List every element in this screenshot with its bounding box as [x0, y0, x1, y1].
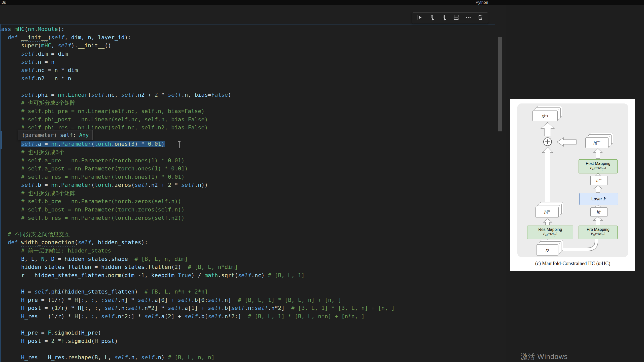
code-line[interactable]: r = hidden_states_flatten.norm(dim=-1, k…: [0, 271, 548, 280]
code-line[interactable]: # self.b_post = nn.Parameter(torch.zeros…: [0, 206, 548, 214]
code-line[interactable]: # 也可拆分成3个: [0, 148, 548, 157]
code-line[interactable]: H_pre = F.sigmoid(H_pre): [0, 329, 548, 337]
run-by-line-button[interactable]: [415, 14, 425, 22]
code-line[interactable]: [0, 279, 548, 288]
code-line[interactable]: class mHC(nn.Module):: [0, 25, 548, 33]
more-actions-icon: [465, 14, 472, 22]
cell-focus-accent: [1, 131, 2, 149]
execute-above-button[interactable]: [427, 14, 437, 22]
editor-scrollbar-thumb[interactable]: [498, 37, 502, 131]
execute-below-icon: [441, 14, 447, 22]
tooltip-kind: (parameter): [22, 132, 57, 138]
code-line[interactable]: H_post = (1/r) * H[:, :, self.n:self.n*2…: [0, 304, 548, 312]
post-mapping-box: Post Mapping PMpost(Hpostl): [579, 159, 618, 173]
code-line[interactable]: # self.phi_post = nn.Linear(self.nc, sel…: [0, 116, 548, 124]
code-line[interactable]: # self.a_res = nn.Parameter(torch.ones(1…: [0, 173, 548, 181]
code-line[interactable]: # self.a_post = nn.Parameter(torch.ones(…: [0, 165, 548, 173]
code-line[interactable]: self.dim = dim: [0, 50, 548, 58]
tooltip-type: Any: [79, 132, 89, 138]
layer-label: Layer: [591, 197, 602, 202]
code-line[interactable]: # self.phi_pre = nn.Linear(self.nc, self…: [0, 107, 548, 116]
post-mapping-title: Post Mapping: [586, 161, 611, 166]
code-line[interactable]: # self.b_pre = nn.Parameter(torch.zeros(…: [0, 197, 548, 206]
layer-f-box: LayerF: [579, 193, 618, 205]
code-line[interactable]: self.a = nn.Parameter(torch.ones(3) * 0.…: [0, 140, 548, 148]
delete-cell-button[interactable]: [476, 14, 485, 22]
code-line[interactable]: def __init__(self, dim, n, layer_id):: [0, 33, 548, 42]
code-line[interactable]: # 不同分支之间信息交互: [0, 230, 548, 239]
code-line[interactable]: H_pre = (1/r) * H[:, :, :self.n] * self.…: [0, 296, 548, 304]
code-line[interactable]: self.phi = nn.Linear(self.nc, self.n2 + …: [0, 91, 548, 99]
code-line[interactable]: self.b = nn.Parameter(torch.zeros(self.n…: [0, 181, 548, 189]
code-line[interactable]: self.n2 = n * n: [0, 75, 548, 83]
code-line[interactable]: # 前一层的输出: hidden_states: [0, 247, 548, 255]
code-line[interactable]: # 也可拆分成3个矩阵: [0, 189, 548, 198]
language-indicator[interactable]: Python: [476, 0, 488, 5]
code-line[interactable]: B, L, N, D = hidden_states.shape # [B, L…: [0, 255, 548, 263]
pre-mapping-title: Pre Mapping: [587, 227, 610, 232]
code-line[interactable]: # self.a_pre = nn.Parameter(torch.ones(1…: [0, 157, 548, 165]
hover-tooltip: (parameter) self: Any: [18, 130, 93, 140]
tooltip-separator: :: [73, 132, 79, 138]
h-post-stack: hpostl: [585, 137, 608, 148]
code-line[interactable]: # 也可拆分成3个矩阵: [0, 99, 548, 107]
run-by-line-icon: [417, 14, 423, 22]
split-cell-button[interactable]: [451, 14, 461, 22]
code-line[interactable]: [0, 345, 548, 353]
code-line[interactable]: H = self.phi(hidden_states_flatten) # [B…: [0, 288, 548, 296]
code-line[interactable]: H_res = (1/r) * H[:, :, self.n*2:] * sel…: [0, 312, 548, 321]
arrow-hin-to-layer: [595, 205, 601, 207]
arrow-hout-to-postmap: [595, 173, 601, 175]
selected-text[interactable]: self.a = nn.Parameter(torch.ones(3) * 0.…: [21, 141, 165, 147]
execute-above-icon: [429, 14, 435, 22]
code-line[interactable]: # self.b_res = nn.Parameter(torch.zeros(…: [0, 214, 548, 222]
code-line[interactable]: H_post = 2 *F.sigmoid(H_post): [0, 337, 548, 345]
arrow-hpost-to-plus: [557, 138, 576, 146]
execute-below-button[interactable]: [439, 14, 449, 22]
arrow-premap-to-hin: [593, 217, 602, 225]
code-line[interactable]: H_res = H_res.reshape(B, L, self.n, self…: [0, 353, 548, 362]
code-line[interactable]: [0, 83, 548, 91]
post-mapping-formula: PMpost(Hpostl): [590, 166, 606, 171]
pre-mapping-formula: PMpre(Hprel): [591, 232, 605, 237]
tooltip-symbol: self: [60, 132, 73, 138]
pre-mapping-box: Pre Mapping PMpre(Hprel): [579, 226, 618, 239]
code-line[interactable]: [0, 222, 548, 230]
arrow-postmap-to-hpost: [594, 149, 602, 159]
cell-toolbar: [412, 12, 488, 23]
arrow-layer-to-hout: [593, 186, 602, 193]
code-area[interactable]: class mHC(nn.Module): def __init__(self,…: [0, 25, 548, 361]
more-actions-button[interactable]: [463, 14, 473, 22]
delete-cell-icon: [477, 14, 484, 22]
code-line[interactable]: hidden_states_flatten = hidden_states.fl…: [0, 263, 548, 271]
mouse-cursor-ibeam: [178, 141, 181, 148]
cell-execution-time: .0s: [1, 0, 6, 5]
split-cell-icon: [453, 14, 459, 22]
h-in-box: hinl: [590, 207, 607, 217]
layer-f-symbol: F: [603, 196, 606, 202]
top-bar: .0s Python: [0, 0, 644, 5]
h-out-box: houtl: [590, 176, 607, 185]
code-line[interactable]: super(mHC, self).__init__(): [0, 42, 548, 50]
code-line[interactable]: self.n = n: [0, 58, 548, 66]
code-line[interactable]: def width_connection(self, hidden_states…: [0, 238, 548, 247]
code-line[interactable]: self.nc = n * dim: [0, 66, 548, 75]
code-line[interactable]: [0, 320, 548, 329]
